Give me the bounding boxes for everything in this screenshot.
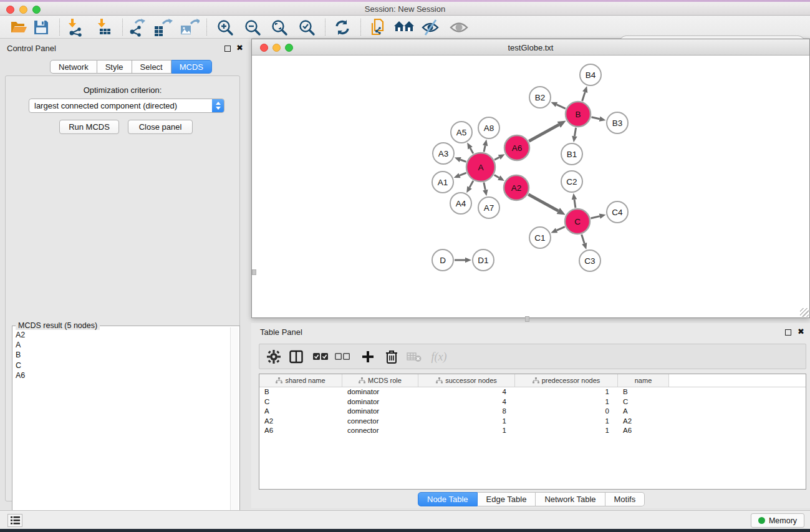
mcds-result-list[interactable]: A2ABCA6 bbox=[16, 330, 229, 532]
hide-details-icon[interactable] bbox=[420, 18, 441, 37]
graph-node[interactable]: C3 bbox=[579, 250, 600, 271]
copy-network-icon[interactable] bbox=[367, 18, 388, 37]
refresh-icon[interactable] bbox=[332, 18, 353, 37]
graph-edge[interactable] bbox=[591, 216, 599, 218]
zoom-out-icon[interactable] bbox=[242, 18, 263, 37]
tab-select[interactable]: Select bbox=[132, 60, 171, 74]
add-column-icon[interactable] bbox=[358, 347, 378, 366]
table-row[interactable]: Cdominator41C bbox=[259, 397, 806, 407]
graph-node[interactable]: A7 bbox=[478, 197, 499, 218]
graph-edge[interactable] bbox=[591, 117, 599, 119]
canvas-bottom-handle[interactable] bbox=[525, 316, 529, 322]
graph-edge[interactable] bbox=[470, 148, 473, 153]
graph-node[interactable]: C bbox=[565, 209, 590, 234]
tab-network[interactable]: Network bbox=[50, 60, 97, 74]
result-scrollbar[interactable] bbox=[230, 327, 238, 532]
mcds-result-item[interactable]: C bbox=[16, 360, 229, 370]
column-header[interactable]: name bbox=[618, 374, 669, 387]
graph-edge[interactable] bbox=[460, 173, 466, 175]
eye-icon[interactable] bbox=[448, 18, 470, 37]
graph-node[interactable]: B bbox=[566, 102, 591, 127]
float-table-panel-icon[interactable] bbox=[785, 329, 791, 336]
graph-edge[interactable] bbox=[484, 145, 485, 152]
graph-node[interactable]: B3 bbox=[607, 112, 628, 133]
mcds-result-item[interactable]: A bbox=[16, 340, 229, 350]
float-panel-icon[interactable] bbox=[224, 46, 231, 52]
graph-node[interactable]: D1 bbox=[473, 249, 494, 271]
task-history-button[interactable] bbox=[7, 514, 22, 527]
mcds-result-item[interactable]: A6 bbox=[16, 370, 229, 380]
delete-table-icon[interactable] bbox=[404, 347, 424, 366]
graph-node[interactable]: A8 bbox=[478, 117, 499, 138]
gear-icon[interactable] bbox=[264, 347, 284, 366]
save-icon[interactable] bbox=[31, 18, 52, 37]
graph-node[interactable]: B1 bbox=[561, 143, 582, 165]
graph-node[interactable]: D bbox=[432, 249, 453, 271]
graph-edge[interactable] bbox=[494, 175, 499, 178]
unselect-all-icon[interactable] bbox=[332, 347, 352, 366]
graph-edge[interactable] bbox=[557, 227, 565, 231]
close-panel-button[interactable]: Close panel bbox=[128, 120, 193, 134]
network-window-titlebar[interactable]: testGlobe.txt bbox=[252, 39, 809, 56]
graph-edge[interactable] bbox=[460, 160, 466, 162]
tab-mcds[interactable]: MCDS bbox=[171, 60, 212, 74]
select-all-icon[interactable] bbox=[311, 347, 330, 366]
table-row[interactable]: A6connector11A6 bbox=[259, 426, 806, 436]
table-row[interactable]: Adominator80A bbox=[259, 407, 806, 417]
network-view-window[interactable]: testGlobe.txt B4B2BB3A5A8A6A3AB1A1A2C2A4… bbox=[251, 39, 810, 318]
graph-edge[interactable] bbox=[529, 125, 559, 141]
graph-edge[interactable] bbox=[528, 195, 558, 211]
mcds-result-item[interactable]: B bbox=[16, 350, 229, 360]
tab-style[interactable]: Style bbox=[97, 60, 132, 74]
graph-node[interactable]: C2 bbox=[561, 171, 582, 192]
tab-motifs[interactable]: Motifs bbox=[605, 492, 645, 506]
canvas-left-handle[interactable] bbox=[252, 269, 256, 275]
memory-button[interactable]: Memory bbox=[751, 513, 804, 528]
graph-edge[interactable] bbox=[582, 235, 585, 243]
delete-column-icon[interactable] bbox=[382, 347, 402, 366]
column-header[interactable]: successor nodes bbox=[418, 374, 515, 387]
graph-edge[interactable] bbox=[494, 157, 499, 160]
graph-node[interactable]: A2 bbox=[504, 175, 529, 200]
graph-node[interactable]: B4 bbox=[580, 64, 601, 85]
graph-node[interactable]: A4 bbox=[450, 193, 471, 214]
columns-icon[interactable] bbox=[286, 347, 306, 366]
graph-edge[interactable] bbox=[470, 181, 473, 188]
window-resize-grip[interactable] bbox=[800, 308, 809, 317]
graph-node[interactable]: C1 bbox=[529, 227, 551, 248]
network-graph[interactable]: B4B2BB3A5A8A6A3AB1A1A2C2A4A7C4CC1C3DD1 bbox=[252, 56, 809, 317]
graph-node[interactable]: C4 bbox=[607, 201, 628, 223]
open-folder-icon[interactable] bbox=[8, 18, 29, 37]
zoom-fit-icon[interactable] bbox=[269, 18, 290, 37]
table-row[interactable]: A2connector11A2 bbox=[259, 417, 806, 427]
graph-edge[interactable] bbox=[484, 183, 485, 190]
graph-node[interactable]: A1 bbox=[432, 172, 453, 193]
network-canvas[interactable]: B4B2BB3A5A8A6A3AB1A1A2C2A4A7C4CC1C3DD1 bbox=[252, 56, 809, 317]
function-builder-icon[interactable]: f(x) bbox=[429, 347, 449, 366]
graph-edge[interactable] bbox=[582, 92, 586, 101]
homes-icon[interactable] bbox=[393, 18, 415, 37]
criterion-dropdown[interactable]: largest connected component (directed) bbox=[29, 99, 224, 113]
tab-node-table[interactable]: Node Table bbox=[418, 492, 478, 506]
import-table-icon[interactable] bbox=[94, 18, 115, 37]
column-header[interactable]: shared name bbox=[259, 374, 342, 387]
column-header[interactable]: predecessor nodes bbox=[515, 374, 618, 387]
zoom-selected-icon[interactable] bbox=[296, 18, 317, 37]
run-mcds-button[interactable]: Run MCDS bbox=[59, 120, 119, 134]
tab-network-table[interactable]: Network Table bbox=[536, 492, 605, 506]
graph-node[interactable]: B2 bbox=[529, 87, 551, 108]
close-panel-icon[interactable]: ✖ bbox=[236, 43, 243, 52]
export-table-icon[interactable] bbox=[152, 18, 173, 37]
zoom-in-icon[interactable] bbox=[215, 18, 236, 37]
import-network-icon[interactable] bbox=[65, 18, 86, 37]
node-table[interactable]: shared nameMCDS rolesuccessor nodesprede… bbox=[259, 374, 806, 490]
graph-edge[interactable] bbox=[574, 128, 576, 137]
export-network-icon[interactable] bbox=[126, 18, 147, 37]
export-image-icon[interactable] bbox=[179, 18, 200, 37]
graph-edge[interactable] bbox=[557, 105, 566, 109]
graph-node[interactable]: A5 bbox=[451, 122, 472, 143]
graph-node[interactable]: A3 bbox=[433, 143, 454, 164]
tab-edge-table[interactable]: Edge Table bbox=[478, 492, 536, 506]
main-titlebar[interactable]: Session: New Session bbox=[0, 2, 810, 16]
table-row[interactable]: Bdominator41B bbox=[259, 387, 806, 397]
